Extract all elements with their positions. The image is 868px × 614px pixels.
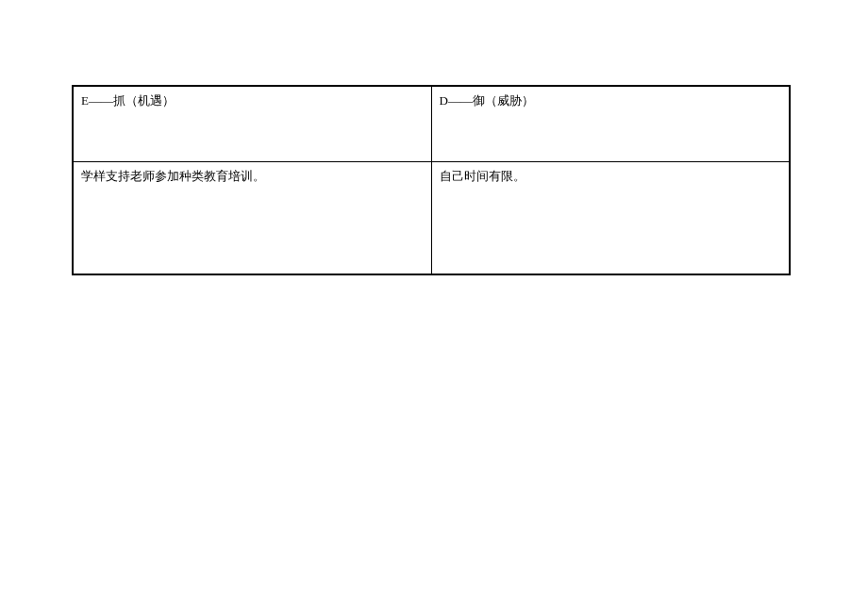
header-cell-opportunity: E——抓（机遇） [73,86,431,161]
header-cell-threat: D——御（威胁） [431,86,790,161]
swot-table: E——抓（机遇） D——御（威胁） 学样支持老师参加种类教育培训。 自己时间有限… [72,85,791,275]
header-label-opportunity: E——抓（机遇） [81,93,175,108]
content-text-opportunity: 学样支持老师参加种类教育培训。 [81,169,265,183]
table-content-row: 学样支持老师参加种类教育培训。 自己时间有限。 [73,161,790,274]
table-header-row: E——抓（机遇） D——御（威胁） [73,86,790,161]
content-cell-threat: 自己时间有限。 [431,161,790,274]
content-text-threat: 自己时间有限。 [440,169,526,183]
header-label-threat: D——御（威胁） [440,93,534,108]
content-cell-opportunity: 学样支持老师参加种类教育培训。 [73,161,431,274]
